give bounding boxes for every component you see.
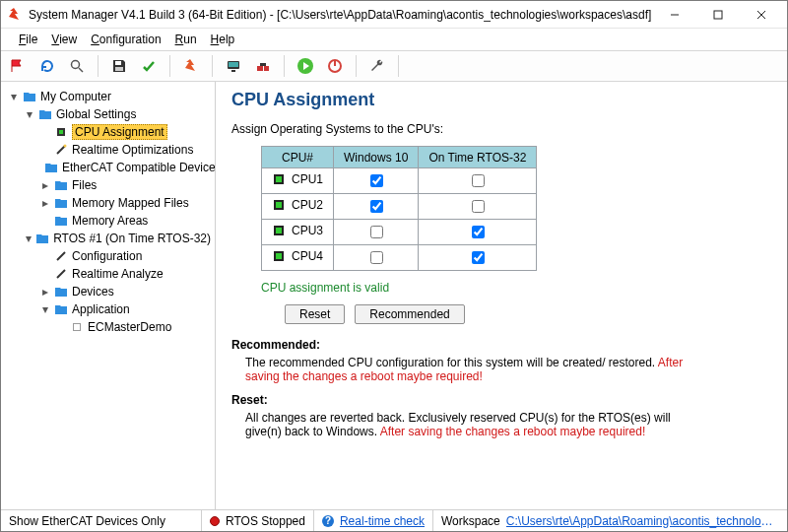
caret-right-icon[interactable]: ▸ (40, 287, 50, 297)
cpu-name: CPU4 (292, 249, 323, 263)
tree-realtime-analyze[interactable]: Realtime Analyze (38, 265, 213, 283)
svg-rect-30 (276, 253, 282, 259)
caret-right-icon[interactable]: ▸ (40, 198, 50, 208)
os1-checkbox[interactable] (370, 226, 383, 238)
workspace-path-link[interactable]: C:\Users\rte\AppData\Roaming\acontis_tec… (506, 514, 779, 528)
svg-rect-12 (264, 66, 269, 71)
refresh-icon[interactable] (33, 53, 61, 79)
realtime-check-link[interactable]: Real-time check (340, 514, 425, 528)
tree-rtos-1[interactable]: ▾ RTOS #1 (On Time RTOS-32) (23, 230, 213, 247)
play-icon[interactable] (292, 53, 319, 79)
tree-memory-mapped-files[interactable]: ▸ Memory Mapped Files (38, 194, 213, 212)
os2-checkbox[interactable] (472, 200, 485, 213)
minimize-button[interactable] (653, 1, 696, 29)
menu-file[interactable]: File (13, 31, 43, 48)
window-title: System Manager V4.1 Build 3 (64-Bit Edit… (29, 8, 653, 22)
app-icon (7, 7, 23, 23)
svg-line-5 (79, 68, 83, 72)
menubar: File View Configuration Run Help (1, 29, 787, 50)
apply-icon[interactable] (135, 53, 163, 79)
reset-text: All changes are reverted back. Exclusive… (245, 411, 698, 438)
caret-down-icon[interactable]: ▾ (40, 304, 50, 314)
tree-memory-areas[interactable]: Memory Areas (38, 212, 213, 230)
table-row: CPU2 (262, 194, 537, 220)
table-row: CPU4 (262, 245, 537, 271)
intro-text: Assign Operating Systems to the CPU's: (231, 122, 769, 136)
menu-run[interactable]: Run (169, 31, 203, 48)
monitor-icon[interactable] (220, 53, 247, 79)
menu-configuration[interactable]: Configuration (85, 31, 166, 48)
toolbar (1, 50, 787, 82)
os2-checkbox[interactable] (472, 174, 485, 187)
os2-checkbox[interactable] (472, 226, 485, 238)
os1-checkbox[interactable] (370, 174, 383, 187)
tree-realtime-optimizations[interactable]: Realtime Optimizations (38, 141, 213, 159)
os1-checkbox[interactable] (370, 200, 383, 213)
power-icon[interactable] (321, 53, 349, 79)
button-row: Reset Recommended (285, 304, 769, 324)
svg-point-20 (64, 145, 67, 148)
svg-rect-18 (59, 130, 63, 134)
menu-help[interactable]: Help (205, 31, 241, 48)
caret-down-icon[interactable]: ▾ (25, 233, 32, 243)
device-icon[interactable] (249, 53, 277, 79)
info-icon: ? (322, 515, 334, 527)
caret-down-icon[interactable]: ▾ (25, 109, 34, 119)
svg-line-22 (57, 270, 65, 278)
svg-rect-7 (115, 67, 123, 71)
cpu-name: CPU1 (292, 172, 323, 186)
caret-down-icon[interactable]: ▾ (9, 92, 19, 101)
tree-my-computer[interactable]: ▾ My Computer (7, 88, 213, 105)
recommended-text: The recommended CPU configuration for th… (245, 356, 698, 383)
os2-checkbox[interactable] (472, 251, 485, 264)
svg-rect-13 (260, 63, 266, 66)
menu-view[interactable]: View (45, 31, 83, 48)
tree-devices[interactable]: ▸ Devices (38, 283, 213, 300)
status-ethercat[interactable]: Show EtherCAT Devices Only (1, 510, 202, 531)
tree-files[interactable]: ▸ Files (38, 176, 213, 194)
content-pane: CPU Assignment Assign Operating Systems … (216, 82, 787, 509)
os1-checkbox[interactable] (370, 251, 383, 264)
tree-cpu-assignment[interactable]: CPU Assignment (38, 123, 213, 141)
svg-rect-28 (276, 228, 282, 233)
col-cpu: CPU# (262, 147, 334, 168)
folder-icon (38, 107, 52, 121)
table-row: CPU1 (262, 168, 537, 194)
svg-rect-6 (115, 61, 121, 65)
status-workspace: Workspace C:\Users\rte\AppData\Roaming\a… (433, 510, 787, 531)
reset-button[interactable]: Reset (285, 304, 345, 324)
export-icon[interactable] (177, 53, 205, 79)
tree-rtos-configuration[interactable]: Configuration (38, 247, 213, 265)
tree-ecmasterdemo[interactable]: ECMasterDemo (54, 318, 213, 336)
caret-right-icon[interactable]: ▸ (40, 180, 50, 190)
folder-icon (54, 178, 68, 192)
tree-pane: ▾ My Computer ▾ Global Settings (1, 82, 216, 509)
svg-rect-10 (231, 70, 235, 72)
wrench-icon[interactable] (363, 53, 391, 79)
tree-ethercat-devices[interactable]: EtherCAT Compatible Devices (38, 159, 213, 176)
close-button[interactable] (740, 1, 783, 29)
status-rtos: RTOS Stopped (202, 510, 314, 531)
body-split: ▾ My Computer ▾ Global Settings (1, 82, 787, 509)
col-os1: Windows 10 (334, 147, 419, 168)
folder-icon (23, 90, 36, 103)
leaf-icon (70, 320, 84, 334)
save-icon[interactable] (105, 53, 133, 79)
wand-icon (54, 249, 68, 263)
svg-rect-11 (257, 66, 263, 71)
maximize-button[interactable] (696, 1, 740, 29)
search-icon[interactable] (63, 53, 91, 79)
status-realtime-check[interactable]: ? Real-time check (314, 510, 433, 531)
svg-rect-1 (714, 11, 722, 19)
svg-line-21 (57, 252, 65, 260)
folder-icon (54, 196, 68, 210)
folder-icon (54, 302, 68, 316)
flag-icon[interactable] (4, 53, 32, 79)
recommended-button[interactable]: Recommended (355, 304, 464, 324)
recommended-heading: Recommended: (231, 338, 769, 352)
statusbar: Show EtherCAT Devices Only RTOS Stopped … (1, 509, 787, 531)
svg-rect-24 (276, 176, 282, 182)
tree-global-settings[interactable]: ▾ Global Settings (23, 105, 213, 123)
wand-icon (54, 143, 68, 157)
tree-application[interactable]: ▾ Application (38, 300, 213, 318)
